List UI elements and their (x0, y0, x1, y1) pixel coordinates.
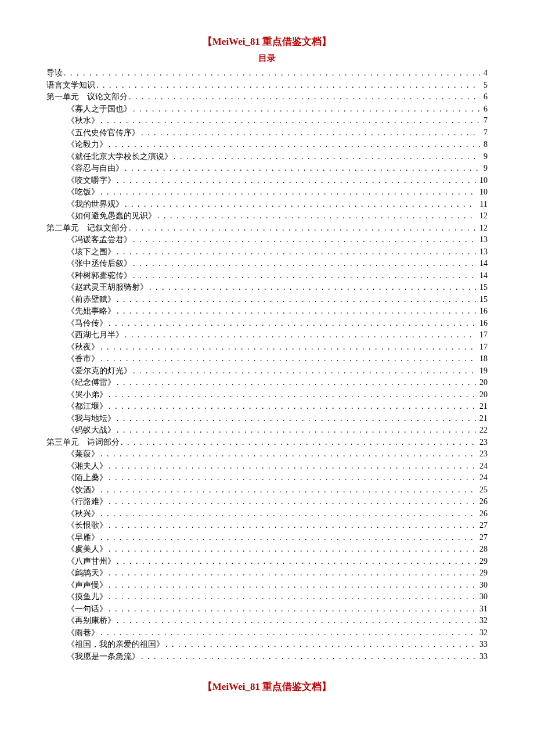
toc-entry[interactable]: 《秋兴》26 (46, 508, 488, 520)
toc-entry[interactable]: 《蒹葭》23 (46, 448, 488, 460)
toc-entry[interactable]: 《西湖七月半》17 (46, 329, 488, 341)
toc-dots (100, 627, 476, 639)
toc-entry[interactable]: 《我愿是一条急流》33 (46, 651, 488, 663)
toc-entry-label: 《容忍与自由》 (67, 163, 124, 175)
document-header: 【MeiWei_81 重点借鉴文档】 (46, 35, 488, 48)
toc-entry[interactable]: 第一单元 议论文部分6 (46, 91, 488, 103)
toc-dots (109, 567, 476, 579)
toc-dots (109, 401, 476, 413)
toc-entry[interactable]: 《容忍与自由》9 (46, 163, 488, 175)
toc-entry[interactable]: 《雨巷》32 (46, 627, 488, 639)
toc-dots (117, 615, 476, 627)
toc-entry[interactable]: 《咬文嚼字》10 (46, 175, 488, 187)
toc-entry[interactable]: 《声声慢》30 (46, 579, 488, 592)
toc-entry-label: 《咬文嚼字》 (67, 175, 116, 187)
toc-entry[interactable]: 《鹧鸪天》29 (46, 567, 488, 579)
toc-entry[interactable]: 《赵武灵王胡服骑射》15 (46, 282, 488, 294)
toc-entry[interactable]: 《马伶传》16 (46, 318, 488, 330)
toc-entry[interactable]: 《早雁》27 (46, 532, 488, 544)
toc-entry-label: 《湘夫人》 (67, 460, 107, 473)
toc-entry-label: 《赵武灵王胡服骑射》 (67, 282, 148, 294)
toc-entry[interactable]: 《香市》18 (46, 353, 488, 365)
toc-entry[interactable]: 《一句话》31 (46, 603, 488, 615)
toc-entry-label: 《声声慢》 (67, 579, 107, 592)
toc-entry[interactable]: 《陌上桑》24 (46, 472, 488, 484)
toc-entry[interactable]: 语言文学知识5 (46, 80, 488, 92)
toc-entry-label: 《种树郭橐驼传》 (67, 270, 132, 282)
toc-dots (109, 520, 476, 532)
toc-entry[interactable]: 《我与地坛》21 (46, 413, 488, 425)
toc-entry[interactable]: 《种树郭橐驼传》14 (46, 270, 488, 282)
toc-entry[interactable]: 《爱尔克的灯光》19 (46, 365, 488, 377)
toc-dots (133, 270, 476, 282)
toc-entry[interactable]: 《长恨歌》27 (46, 520, 488, 532)
toc-entry-page: 7 (481, 127, 488, 139)
toc-entry[interactable]: 《秋水》7 (46, 115, 488, 127)
toc-entry-page: 10 (477, 175, 488, 187)
toc-entry[interactable]: 《八声甘州》29 (46, 556, 488, 568)
toc-entry-page: 30 (477, 591, 488, 603)
toc-entry-label: 《我与地坛》 (67, 413, 116, 425)
toc-entry[interactable]: 第二单元 记叙文部分12 (46, 222, 488, 235)
toc-dots (109, 318, 476, 330)
toc-entry-page: 8 (481, 139, 488, 151)
toc-entry-label: 《陌上桑》 (67, 472, 107, 484)
toc-entry-page: 24 (477, 472, 488, 484)
toc-dots (100, 186, 476, 199)
toc-entry-page: 12 (477, 222, 488, 235)
toc-entry-page: 16 (477, 318, 488, 330)
toc-entry[interactable]: 导读4 (46, 67, 488, 80)
toc-entry-page: 10 (477, 186, 488, 199)
toc-dots (133, 234, 476, 246)
toc-entry-label: 《前赤壁赋》 (67, 294, 116, 306)
toc-entry[interactable]: 《寡人之于国也》6 (46, 103, 488, 116)
toc-entry-label: 《再别康桥》 (67, 615, 116, 627)
toc-entry[interactable]: 《张中丞传后叙》14 (46, 258, 488, 270)
toc-entry-label: 《先妣事略》 (67, 305, 116, 318)
toc-entry[interactable]: 《纪念傅雷》20 (46, 377, 488, 389)
toc-entry[interactable]: 《蚂蚁大战》22 (46, 424, 488, 437)
toc-dots (117, 413, 476, 425)
toc-dots (141, 651, 476, 663)
toc-entry[interactable]: 《都江堰》21 (46, 401, 488, 413)
toc-entry-page: 26 (477, 508, 488, 520)
toc-entry[interactable]: 《饮酒》25 (46, 484, 488, 496)
toc-entry[interactable]: 《五代史伶官传序》7 (46, 127, 488, 139)
toc-entry[interactable]: 《虞美人》28 (46, 543, 488, 556)
toc-entry-label: 《香市》 (67, 353, 99, 365)
toc-entry[interactable]: 《前赤壁赋》15 (46, 294, 488, 306)
toc-entry[interactable]: 《我的世界观》11 (46, 199, 488, 211)
toc-entry[interactable]: 《再别康桥》32 (46, 615, 488, 627)
toc-entry-label: 《马伶传》 (67, 318, 107, 330)
toc-entry[interactable]: 《如何避免愚蠢的见识》12 (46, 210, 488, 222)
toc-entry-page: 12 (477, 210, 488, 222)
toc-entry-label: 《饮酒》 (67, 484, 99, 496)
toc-dots (109, 603, 476, 615)
toc-entry[interactable]: 第三单元 诗词部分23 (46, 437, 488, 449)
toc-entry-label: 第三单元 诗词部分 (46, 437, 120, 449)
toc-entry[interactable]: 《秋夜》17 (46, 341, 488, 354)
toc-entry[interactable]: 《就任北京大学校长之演说》9 (46, 151, 488, 163)
toc-entry[interactable]: 《论毅力》8 (46, 139, 488, 151)
toc-entry-page: 28 (477, 543, 488, 556)
toc-entry-page: 26 (477, 496, 488, 508)
toc-entry[interactable]: 《冯谖客孟尝君》13 (46, 234, 488, 246)
toc-entry[interactable]: 《先妣事略》16 (46, 305, 488, 318)
toc-entry-page: 14 (477, 270, 488, 282)
toc-dots (117, 377, 476, 389)
toc-entry[interactable]: 《垓下之围》13 (46, 246, 488, 258)
toc-entry[interactable]: 《摸鱼儿》30 (46, 591, 488, 603)
toc-entry-label: 《长恨歌》 (67, 520, 107, 532)
toc-entry[interactable]: 《湘夫人》24 (46, 460, 488, 473)
toc-entry[interactable]: 《祖国，我的亲爱的祖国》33 (46, 639, 488, 651)
toc-dots (133, 365, 476, 377)
toc-entry[interactable]: 《行路难》26 (46, 496, 488, 508)
toc-entry-page: 22 (477, 424, 488, 437)
toc-dots (125, 163, 480, 175)
toc-entry-label: 《爱尔克的灯光》 (67, 365, 132, 377)
toc-entry-label: 《雨巷》 (67, 627, 99, 639)
toc-entry-page: 23 (477, 448, 488, 460)
toc-entry[interactable]: 《哭小弟》20 (46, 389, 488, 401)
toc-entry[interactable]: 《吃饭》10 (46, 186, 488, 199)
toc-dots (100, 115, 480, 127)
